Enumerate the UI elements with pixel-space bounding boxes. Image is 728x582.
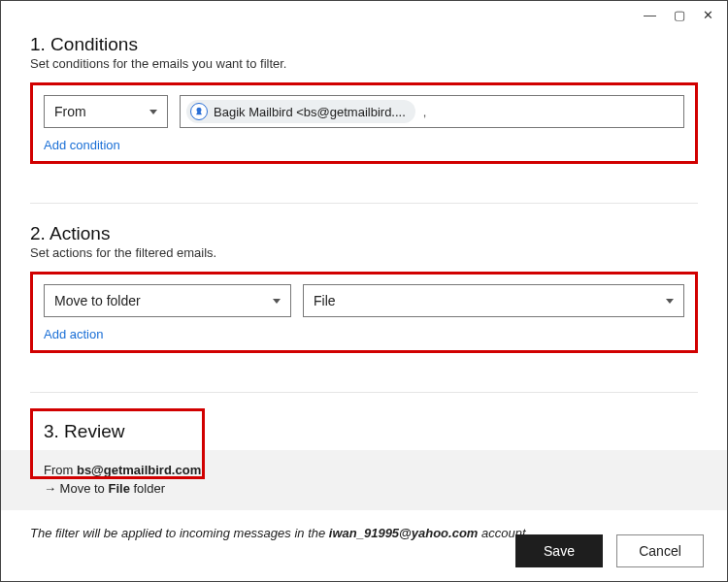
action-type-label: Move to folder xyxy=(54,293,141,308)
section-divider xyxy=(30,203,698,204)
add-condition-link[interactable]: Add condition xyxy=(44,138,120,152)
action-folder-label: File xyxy=(314,293,336,308)
contact-chip[interactable]: Bagik Mailbird <bs@getmailbird.... xyxy=(186,100,415,123)
actions-highlight-box: Move to folder File Add action xyxy=(30,272,698,353)
conditions-highlight-box: From Bagik Mailbird <bs@getmailbird.... … xyxy=(30,82,698,164)
save-button[interactable]: Save xyxy=(515,534,603,567)
condition-value-input[interactable]: Bagik Mailbird <bs@getmailbird.... , xyxy=(180,95,684,128)
actions-title: 2. Actions xyxy=(30,223,698,244)
review-line2-pre: → Move to xyxy=(44,481,108,496)
close-icon[interactable]: ✕ xyxy=(703,8,713,22)
review-line2-post: folder xyxy=(130,481,165,496)
condition-field-dropdown[interactable]: From xyxy=(44,95,168,128)
window-titlebar: — ▢ ✕ xyxy=(1,1,727,28)
actions-subtitle: Set actions for the filtered emails. xyxy=(30,245,698,260)
cancel-button[interactable]: Cancel xyxy=(616,534,704,567)
contact-chip-label: Bagik Mailbird <bs@getmailbird.... xyxy=(214,105,406,119)
maximize-icon[interactable]: ▢ xyxy=(674,8,685,22)
chevron-down-icon xyxy=(149,110,157,114)
condition-field-label: From xyxy=(54,104,86,119)
mailbird-avatar-icon xyxy=(190,103,208,120)
chip-separator: , xyxy=(421,105,427,119)
section-divider xyxy=(30,392,698,393)
chevron-down-icon xyxy=(666,299,674,304)
footer-account: iwan_91995@yahoo.com xyxy=(329,526,479,540)
review-folder-value: File xyxy=(108,481,129,496)
minimize-icon[interactable]: — xyxy=(644,8,656,22)
action-folder-dropdown[interactable]: File xyxy=(303,284,684,317)
conditions-subtitle: Set conditions for the emails you want t… xyxy=(30,56,698,71)
review-title: 3. Review xyxy=(44,421,191,442)
chevron-down-icon xyxy=(273,299,281,304)
conditions-title: 1. Conditions xyxy=(30,34,698,55)
add-action-link[interactable]: Add action xyxy=(44,327,103,341)
action-type-dropdown[interactable]: Move to folder xyxy=(44,284,291,317)
review-highlight-box: 3. Review xyxy=(30,408,205,479)
